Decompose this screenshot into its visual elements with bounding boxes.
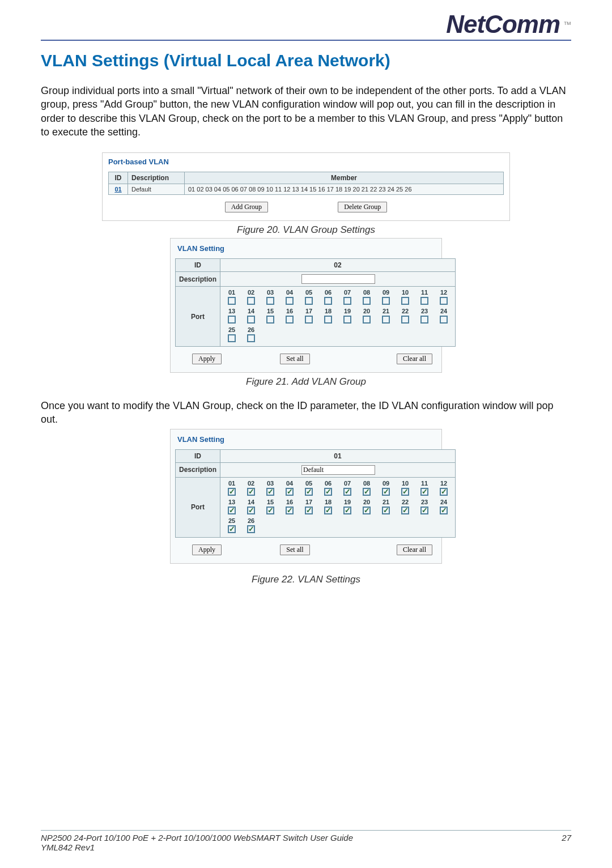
port-checkbox[interactable] <box>228 525 236 533</box>
port-checkbox[interactable] <box>247 297 255 305</box>
port-checkbox[interactable] <box>228 488 236 496</box>
figure-caption: Figure 20. VLAN Group Settings <box>237 224 375 236</box>
port-number-label: 25 <box>224 517 240 524</box>
port-checkbox[interactable] <box>286 507 294 514</box>
port-checkbox[interactable] <box>440 316 448 324</box>
vlan-setting-panel-edit: VLAN Setting ID 01 Description Port 0102… <box>170 429 442 564</box>
port-checkbox[interactable] <box>247 525 255 533</box>
port-checkbox[interactable] <box>440 507 448 514</box>
port-checkbox[interactable] <box>363 488 371 496</box>
port-checkbox[interactable] <box>247 316 255 324</box>
th-member: Member <box>185 172 504 184</box>
port-checkbox[interactable] <box>228 297 236 305</box>
port-checkbox[interactable] <box>420 297 428 305</box>
th-id: ID <box>109 172 128 184</box>
port-checkbox[interactable] <box>382 507 390 514</box>
port-checkbox[interactable] <box>305 316 313 324</box>
port-number-label: 14 <box>243 308 259 314</box>
port-number-label: 12 <box>436 480 452 487</box>
port-checkbox[interactable] <box>286 297 294 305</box>
port-checkbox[interactable] <box>440 488 448 496</box>
description-input[interactable] <box>301 274 375 284</box>
footer-rev: YML842 Rev1 <box>41 843 353 852</box>
port-number-label: 09 <box>378 289 394 296</box>
label-id: ID <box>176 259 220 272</box>
port-checkbox[interactable] <box>343 507 351 514</box>
port-checkbox[interactable] <box>382 488 390 496</box>
port-checkbox[interactable] <box>266 316 274 324</box>
port-number-label <box>282 517 298 524</box>
port-checkbox[interactable] <box>305 488 313 496</box>
port-number-label: 26 <box>243 326 259 333</box>
port-number-label: 20 <box>359 499 375 505</box>
modify-paragraph: Once you want to modify the VLAN Group, … <box>41 399 571 427</box>
port-number-label <box>320 517 336 524</box>
port-checkbox[interactable] <box>343 297 351 305</box>
port-checkbox[interactable] <box>343 488 351 496</box>
port-checkbox[interactable] <box>247 334 255 342</box>
port-number-label: 03 <box>262 480 278 487</box>
port-checkbox[interactable] <box>363 316 371 324</box>
port-checkbox[interactable] <box>286 316 294 324</box>
port-number-label <box>378 326 394 333</box>
port-checkbox[interactable] <box>305 297 313 305</box>
port-checkbox[interactable] <box>440 297 448 305</box>
port-checkbox[interactable] <box>401 316 409 324</box>
port-checkbox[interactable] <box>247 488 255 496</box>
port-number-label: 01 <box>224 289 240 296</box>
page-footer: NP2500 24-Port 10/100 PoE + 2-Port 10/10… <box>41 830 571 852</box>
port-number-label <box>436 326 452 333</box>
apply-button[interactable]: Apply <box>192 544 222 555</box>
port-number-label <box>282 326 298 333</box>
port-checkbox[interactable] <box>228 316 236 324</box>
port-checkbox[interactable] <box>266 507 274 514</box>
port-checkbox[interactable] <box>286 488 294 496</box>
port-checkbox[interactable] <box>324 488 332 496</box>
delete-group-button[interactable]: Delete Group <box>338 202 387 212</box>
port-number-label: 08 <box>359 289 375 296</box>
port-checkbox[interactable] <box>247 507 255 514</box>
clear-all-button[interactable]: Clear all <box>397 354 432 364</box>
apply-button[interactable]: Apply <box>192 354 222 364</box>
port-checkbox[interactable] <box>266 488 274 496</box>
set-all-button[interactable]: Set all <box>280 354 309 364</box>
port-checkbox[interactable] <box>420 507 428 514</box>
port-number-label <box>397 517 413 524</box>
cell-description: Default <box>128 184 185 195</box>
port-number-label: 04 <box>282 289 298 296</box>
port-checkbox[interactable] <box>382 316 390 324</box>
port-checkbox[interactable] <box>305 507 313 514</box>
port-number-label: 17 <box>301 499 317 505</box>
port-checkbox[interactable] <box>401 297 409 305</box>
port-checkbox[interactable] <box>266 297 274 305</box>
description-input[interactable] <box>301 465 375 475</box>
cell-members: 01 02 03 04 05 06 07 08 09 10 11 12 13 1… <box>185 184 504 195</box>
add-group-button[interactable]: Add Group <box>225 202 268 212</box>
port-checkbox[interactable] <box>343 316 351 324</box>
clear-all-button[interactable]: Clear all <box>397 544 432 555</box>
port-checkbox[interactable] <box>363 507 371 514</box>
port-checkbox[interactable] <box>324 297 332 305</box>
port-checkbox[interactable] <box>324 316 332 324</box>
port-checkbox[interactable] <box>228 507 236 514</box>
port-checkbox[interactable] <box>228 334 236 342</box>
port-checkbox[interactable] <box>324 507 332 514</box>
port-checkbox[interactable] <box>420 316 428 324</box>
port-checkbox[interactable] <box>401 488 409 496</box>
port-checkbox[interactable] <box>420 488 428 496</box>
port-number-label: 15 <box>262 308 278 314</box>
port-number-label <box>262 517 278 524</box>
port-checkbox[interactable] <box>363 297 371 305</box>
port-number-label: 13 <box>224 308 240 314</box>
port-number-label: 08 <box>359 480 375 487</box>
port-number-label <box>339 517 355 524</box>
port-checkbox[interactable] <box>382 297 390 305</box>
table-row: 01 Default 01 02 03 04 05 06 07 08 09 10… <box>109 184 504 195</box>
set-all-button[interactable]: Set all <box>280 544 309 555</box>
panel-title: VLAN Setting <box>177 435 437 444</box>
port-checkbox[interactable] <box>401 507 409 514</box>
port-number-label: 13 <box>224 499 240 505</box>
port-number-label: 06 <box>320 480 336 487</box>
vlan-group-table: ID Description Member 01 Default 01 02 0… <box>108 172 504 195</box>
vlan-id-link[interactable]: 01 <box>114 186 121 193</box>
